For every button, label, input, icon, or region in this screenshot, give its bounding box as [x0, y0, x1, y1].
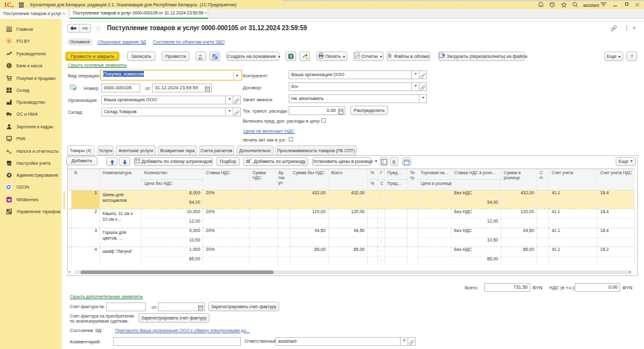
- svg-text:1С: 1С: [4, 2, 11, 8]
- svg-text:Ⓔ: Ⓔ: [7, 64, 11, 68]
- svg-text:W: W: [8, 198, 11, 202]
- svg-text:X: X: [289, 54, 292, 58]
- svg-text:Кт: Кт: [199, 57, 203, 60]
- svg-text:%: %: [9, 151, 12, 155]
